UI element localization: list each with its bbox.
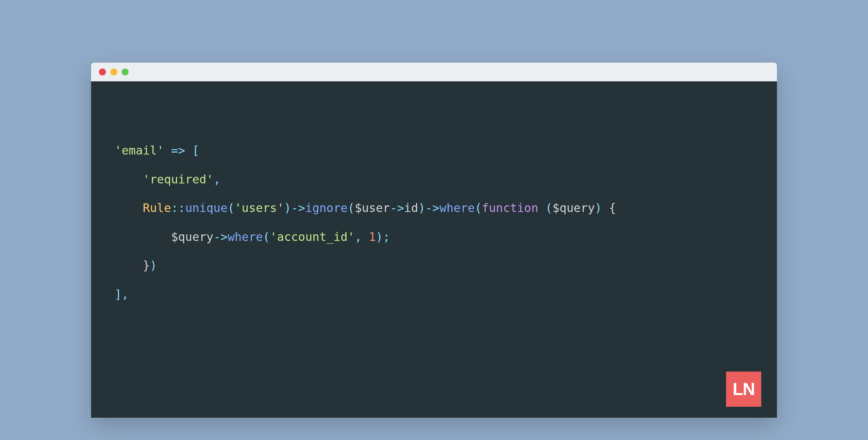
method-token: unique — [185, 201, 228, 215]
variable-token: $user — [355, 201, 390, 215]
variable-token: $query — [552, 201, 595, 215]
arrow-token: -> — [291, 201, 305, 215]
keyword-token: function — [482, 201, 538, 215]
property-token: id — [404, 201, 418, 215]
brand-logo: LN — [726, 372, 761, 407]
brace-token: { — [609, 201, 616, 215]
string-token: 'required' — [143, 172, 213, 186]
comma-token: , — [122, 287, 129, 301]
code-line-3: Rule::unique('users')->ignore($user->id)… — [115, 194, 761, 223]
code-line-1: 'email' => [ — [115, 136, 761, 165]
zoom-icon[interactable] — [122, 68, 129, 75]
arrow-token: -> — [390, 201, 404, 215]
comma-token: , — [213, 172, 221, 186]
brand-logo-text: LN — [733, 368, 755, 410]
close-icon[interactable] — [99, 68, 106, 75]
bracket-token: [ — [192, 144, 199, 157]
method-token: where — [439, 201, 475, 215]
window-titlebar — [91, 63, 777, 81]
method-token: ignore — [305, 201, 348, 215]
scope-token: :: — [171, 201, 185, 215]
string-token: 'account_id' — [270, 230, 355, 244]
code-editor: 'email' => [ 'required', Rule::unique('u… — [91, 81, 777, 418]
bracket-token: ] — [115, 287, 122, 301]
variable-token: $query — [171, 230, 213, 244]
comma-token: , — [355, 230, 369, 244]
class-token: Rule — [143, 201, 171, 215]
operator-token: => — [164, 144, 192, 157]
arrow-token: -> — [425, 201, 439, 215]
number-token: 1 — [369, 230, 376, 244]
semicolon-token: ; — [383, 230, 390, 244]
minimize-icon[interactable] — [110, 68, 117, 75]
code-line-4: $query->where('account_id', 1); — [115, 223, 761, 251]
method-token: where — [228, 230, 263, 244]
code-line-2: 'required', — [115, 165, 761, 194]
string-token: 'users' — [235, 201, 284, 215]
code-line-6: ], — [115, 280, 761, 309]
code-line-5: }) — [115, 251, 761, 280]
code-window: 'email' => [ 'required', Rule::unique('u… — [91, 63, 777, 418]
string-token: 'email' — [115, 144, 164, 157]
brace-token: } — [143, 259, 150, 272]
arrow-token: -> — [213, 230, 228, 244]
